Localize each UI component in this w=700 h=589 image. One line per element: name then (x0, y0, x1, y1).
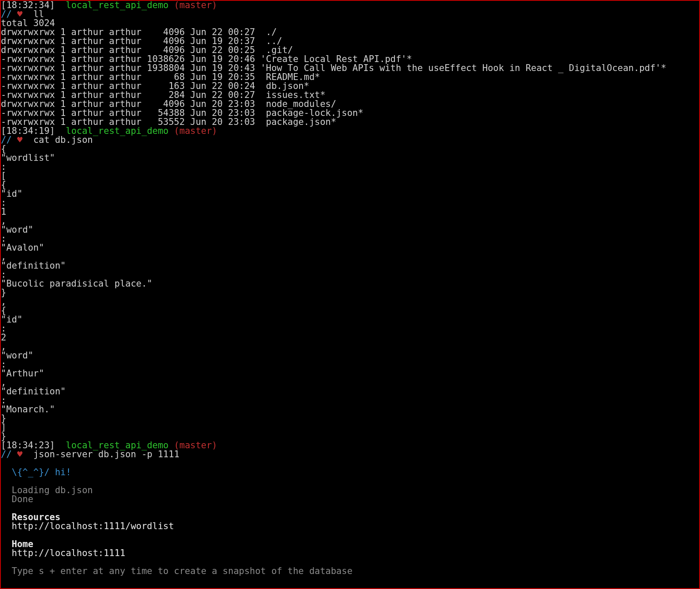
prompt-branch: (master) (174, 126, 217, 136)
cat-output-line: "definition" (1, 260, 66, 271)
command-input[interactable]: json-server db.json -p 1111 (33, 449, 179, 459)
cat-output-line: "definition" (1, 386, 66, 397)
prompt-cwd: local_rest_api_demo (66, 0, 169, 10)
prompt-symbol: // (1, 449, 12, 459)
command-input[interactable]: cat db.json (33, 135, 93, 145)
prompt-branch: (master) (174, 0, 217, 10)
json-server-logo: \{^_^}/ hi! (1, 467, 71, 477)
terminal-window[interactable]: [18:32:34] local_rest_api_demo (master) … (0, 0, 700, 589)
cat-output-line: "Monarch." (1, 404, 55, 414)
json-server-tip: Type s + enter at any time to create a s… (1, 566, 353, 576)
cat-output-line: "Arthur" (1, 368, 44, 379)
heart-icon: ♥ (17, 449, 23, 459)
prompt-branch: (master) (174, 440, 217, 450)
json-server-resource-url: http://localhost:1111/wordlist (1, 521, 174, 531)
heart-icon: ♥ (17, 135, 23, 145)
json-server-status: Done (1, 494, 33, 504)
json-server-home-url: http://localhost:1111 (1, 548, 125, 558)
cat-output-line: "wordlist" (1, 153, 55, 163)
cat-output-line: "Avalon" (1, 243, 44, 253)
cat-output-line: "Bucolic paradisical place." (1, 278, 152, 289)
